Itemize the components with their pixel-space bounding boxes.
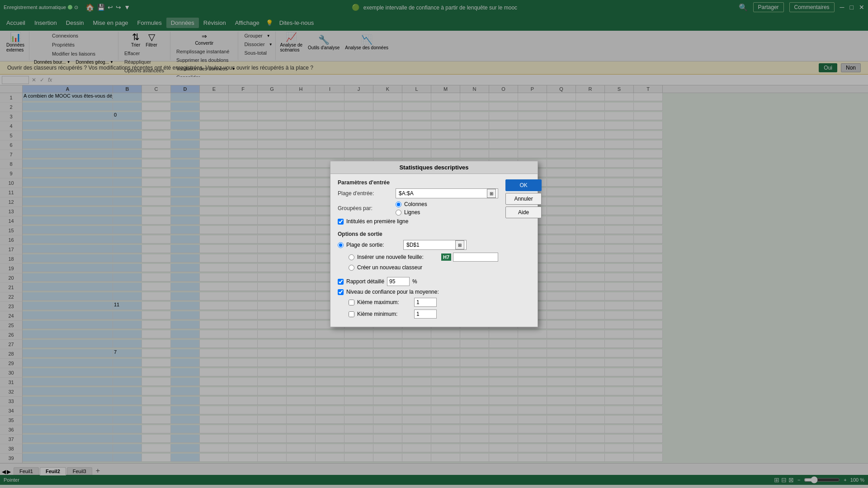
radio-lignes-input[interactable] bbox=[396, 210, 401, 216]
dialog-annuler-button[interactable]: Annuler bbox=[505, 193, 542, 205]
nouveau-classeur-label: Créer un nouveau classeur bbox=[357, 264, 422, 271]
plage-entree-value: $A:$A bbox=[398, 190, 487, 197]
dialog-content: Paramètres d'entrée Plage d'entrée: $A:$… bbox=[330, 174, 538, 327]
kieme-max-row: Kième maximum: bbox=[338, 298, 498, 307]
radio-plage-sortie[interactable] bbox=[338, 242, 344, 248]
plage-sortie-label: Plage de sortie: bbox=[346, 242, 401, 248]
dialog-aide-button[interactable]: Aide bbox=[505, 206, 542, 218]
kieme-min-label: Kième minimum: bbox=[357, 311, 411, 317]
nouveau-classeur-row: Créer un nouveau classeur bbox=[338, 264, 498, 271]
radio-lignes-label: Lignes bbox=[404, 209, 420, 216]
rapport-unit: % bbox=[412, 278, 417, 285]
radio-colonnes-input[interactable] bbox=[396, 202, 401, 207]
rapport-checkbox[interactable] bbox=[338, 279, 344, 285]
plage-sortie-input[interactable]: $D$1 ⊞ bbox=[403, 240, 467, 250]
section-input-label: Paramètres d'entrée bbox=[338, 179, 498, 186]
radio-nouveau-classeur[interactable] bbox=[349, 265, 354, 271]
dialog-title: Statistiques descriptives bbox=[330, 161, 538, 174]
niveau-confiance-checkbox[interactable] bbox=[338, 289, 344, 295]
kieme-max-checkbox[interactable] bbox=[349, 300, 354, 305]
modal-overlay: Statistiques descriptives Paramètres d'e… bbox=[0, 0, 868, 488]
h7-badge: H7 bbox=[441, 253, 451, 261]
niveau-confiance-label: Niveau de confiance pour la moyenne: bbox=[346, 289, 439, 295]
kieme-max-label: Kième maximum: bbox=[357, 299, 411, 305]
rapport-label: Rapport détaillé bbox=[346, 278, 384, 285]
kieme-max-input[interactable] bbox=[414, 298, 437, 307]
kieme-min-checkbox[interactable] bbox=[349, 311, 354, 317]
radio-lignes: Lignes bbox=[396, 209, 427, 216]
plage-sortie-select-btn[interactable]: ⊞ bbox=[455, 240, 464, 249]
plage-entree-select-btn[interactable]: ⊞ bbox=[487, 189, 496, 198]
radio-nouvelle-feuille[interactable] bbox=[349, 254, 354, 260]
dialog-main: Paramètres d'entrée Plage d'entrée: $A:$… bbox=[330, 174, 505, 327]
plage-sortie-row: Plage de sortie: $D$1 ⊞ bbox=[338, 240, 498, 250]
dialog-buttons: OK Annuler Aide bbox=[505, 174, 547, 327]
nouvelle-feuille-row: Insérer une nouvelle feuille: H7 bbox=[338, 253, 498, 262]
nouvelle-feuille-label: Insérer une nouvelle feuille: bbox=[357, 254, 439, 260]
groupees-par-label: Groupées par: bbox=[338, 205, 392, 211]
intitules-label: Intitulés en première ligne bbox=[346, 218, 408, 225]
plage-entree-label: Plage d'entrée: bbox=[338, 190, 392, 197]
rapport-value-input[interactable] bbox=[387, 277, 410, 286]
radio-colonnes-label: Colonnes bbox=[404, 201, 427, 207]
plage-entree-row: Plage d'entrée: $A:$A ⊞ bbox=[338, 188, 498, 198]
niveau-confiance-row: Niveau de confiance pour la moyenne: bbox=[338, 289, 498, 295]
section-output-label: Options de sortie bbox=[338, 231, 498, 237]
groupees-par-radio-group: Colonnes Lignes bbox=[396, 201, 427, 216]
intitules-checkbox[interactable] bbox=[338, 219, 344, 225]
dialog-body: Paramètres d'entrée Plage d'entrée: $A:$… bbox=[330, 174, 505, 327]
kieme-min-row: Kième minimum: bbox=[338, 310, 498, 319]
intitules-row: Intitulés en première ligne bbox=[338, 218, 498, 225]
plage-sortie-value: $D$1 bbox=[406, 242, 455, 248]
rapport-row: Rapport détaillé % bbox=[338, 277, 498, 286]
radio-colonnes: Colonnes bbox=[396, 201, 427, 207]
dialog-ok-button[interactable]: OK bbox=[505, 179, 542, 191]
groupees-par-row: Groupées par: Colonnes Lignes bbox=[338, 201, 498, 216]
plage-entree-input[interactable]: $A:$A ⊞ bbox=[396, 188, 498, 198]
kieme-min-input[interactable] bbox=[414, 310, 437, 319]
dialog-statistiques-descriptives: Statistiques descriptives Paramètres d'e… bbox=[330, 161, 538, 327]
nouvelle-feuille-input[interactable] bbox=[453, 253, 498, 262]
